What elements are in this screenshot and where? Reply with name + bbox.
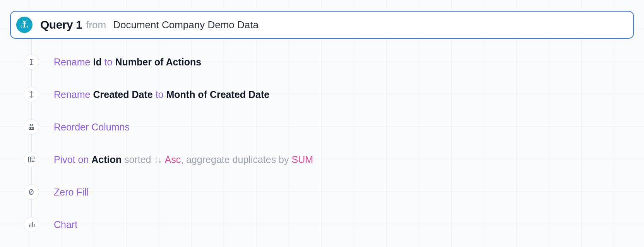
- svg-rect-3: [31, 127, 32, 130]
- chart-icon: [24, 217, 39, 232]
- zerofill-icon: [24, 184, 39, 200]
- sort-asc-icon: A Z: [154, 156, 163, 164]
- action-keyword: Chart: [54, 219, 77, 230]
- sorted-keyword: sorted: [124, 154, 151, 165]
- step-rename-id[interactable]: Rename Id to Number of Actions: [24, 46, 634, 78]
- postgres-icon: [16, 17, 33, 33]
- svg-point-0: [23, 23, 23, 23]
- aggregate-function: SUM: [291, 154, 313, 165]
- sort-direction: Asc: [164, 154, 181, 165]
- step-text: Zero Fill: [54, 186, 89, 199]
- action-keyword: Reorder Columns: [54, 122, 130, 132]
- svg-rect-4: [33, 127, 34, 130]
- svg-point-1: [26, 23, 26, 23]
- action-keyword: Pivot on: [54, 154, 89, 165]
- pivot-icon: [24, 152, 39, 167]
- rename-from: Id: [93, 57, 101, 67]
- pipeline: Rename Id to Number of Actions Rename Cr…: [24, 39, 634, 241]
- step-text: Chart: [54, 218, 77, 231]
- pivot-column: Action: [91, 154, 122, 165]
- step-text: Rename Id to Number of Actions: [54, 56, 201, 69]
- rename-from: Created Date: [93, 89, 152, 100]
- step-text: Reorder Columns: [54, 121, 130, 134]
- to-keyword: to: [104, 57, 113, 67]
- from-keyword: from: [86, 19, 106, 31]
- step-chart[interactable]: Chart: [24, 208, 634, 241]
- action-keyword: Rename: [54, 89, 91, 100]
- aggregate-label: , aggregate duplicates by: [181, 154, 289, 165]
- step-zero-fill[interactable]: Zero Fill: [24, 176, 634, 208]
- action-keyword: Zero Fill: [54, 187, 89, 197]
- action-keyword: Rename: [54, 57, 91, 67]
- rename-to: Month of Created Date: [166, 89, 269, 100]
- query-title[interactable]: Query 1: [40, 18, 82, 31]
- step-reorder-columns[interactable]: Reorder Columns: [24, 111, 634, 143]
- rename-to: Number of Actions: [115, 57, 201, 67]
- to-keyword: to: [156, 89, 164, 100]
- step-text: Pivot on Action sorted A Z Asc, aggregat…: [54, 153, 313, 166]
- svg-rect-5: [29, 157, 31, 162]
- reorder-icon: [24, 119, 39, 135]
- step-text: Rename Created Date to Month of Created …: [54, 88, 269, 101]
- rename-icon: [24, 87, 39, 102]
- query-header-card[interactable]: Query 1 from Document Company Demo Data: [10, 11, 634, 39]
- svg-rect-6: [31, 157, 34, 159]
- svg-rect-2: [29, 127, 30, 130]
- step-rename-created-date[interactable]: Rename Created Date to Month of Created …: [24, 78, 634, 111]
- data-source[interactable]: Document Company Demo Data: [113, 19, 259, 31]
- svg-text:Z: Z: [156, 160, 158, 163]
- rename-icon: [24, 54, 39, 70]
- step-pivot[interactable]: Pivot on Action sorted A Z Asc, aggregat…: [24, 143, 634, 176]
